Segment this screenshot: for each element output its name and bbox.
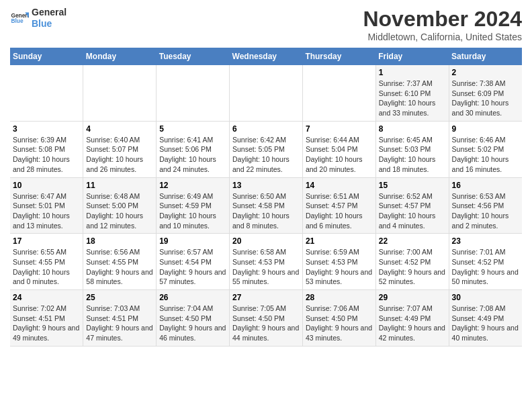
day-info-23: Sunrise: 7:01 AM Sunset: 4:52 PM Dayligh… <box>452 247 519 287</box>
day-info-19: Sunrise: 6:57 AM Sunset: 4:54 PM Dayligh… <box>159 247 226 287</box>
col-wednesday: Wednesday <box>230 48 303 65</box>
cell-w4-d3: 27Sunrise: 7:05 AM Sunset: 4:50 PM Dayli… <box>230 290 303 347</box>
day-info-25: Sunrise: 7:03 AM Sunset: 4:51 PM Dayligh… <box>86 304 153 343</box>
day-num-25: 25 <box>86 293 153 302</box>
day-info-14: Sunrise: 6:51 AM Sunset: 4:57 PM Dayligh… <box>306 191 373 231</box>
day-num-7: 7 <box>306 124 373 134</box>
cell-w3-d4: 21Sunrise: 6:59 AM Sunset: 4:53 PM Dayli… <box>302 234 375 290</box>
day-num-4: 4 <box>86 124 153 134</box>
day-info-8: Sunrise: 6:45 AM Sunset: 5:03 PM Dayligh… <box>379 135 446 175</box>
logo-icon: General Blue <box>10 9 29 28</box>
logo: General Blue General Blue <box>10 7 66 30</box>
day-info-26: Sunrise: 7:04 AM Sunset: 4:50 PM Dayligh… <box>159 304 226 343</box>
cell-w2-d6: 16Sunrise: 6:53 AM Sunset: 4:56 PM Dayli… <box>449 177 522 234</box>
cell-w3-d5: 22Sunrise: 7:00 AM Sunset: 4:52 PM Dayli… <box>375 234 449 290</box>
day-info-6: Sunrise: 6:42 AM Sunset: 5:05 PM Dayligh… <box>232 135 300 175</box>
cell-w0-d3 <box>230 65 303 121</box>
cell-w1-d1: 4Sunrise: 6:40 AM Sunset: 5:07 PM Daylig… <box>83 121 157 177</box>
cell-w3-d2: 19Sunrise: 6:57 AM Sunset: 4:54 PM Dayli… <box>157 234 230 290</box>
day-info-5: Sunrise: 6:41 AM Sunset: 5:06 PM Dayligh… <box>159 135 226 175</box>
day-num-3: 3 <box>13 124 80 134</box>
week-row-4: 24Sunrise: 7:02 AM Sunset: 4:51 PM Dayli… <box>10 290 522 347</box>
page-header: General Blue General Blue November 2024 … <box>10 7 522 42</box>
logo-general: General <box>32 7 66 17</box>
day-num-29: 29 <box>379 293 446 302</box>
cell-w2-d5: 15Sunrise: 6:52 AM Sunset: 4:57 PM Dayli… <box>375 177 449 234</box>
col-monday: Monday <box>83 48 157 65</box>
day-num-8: 8 <box>379 124 446 134</box>
day-info-16: Sunrise: 6:53 AM Sunset: 4:56 PM Dayligh… <box>452 191 519 231</box>
cell-w4-d0: 24Sunrise: 7:02 AM Sunset: 4:51 PM Dayli… <box>10 290 83 347</box>
cell-w4-d5: 29Sunrise: 7:07 AM Sunset: 4:49 PM Dayli… <box>375 290 449 347</box>
cell-w0-d6: 2Sunrise: 7:38 AM Sunset: 6:09 PM Daylig… <box>449 65 522 121</box>
day-info-11: Sunrise: 6:48 AM Sunset: 5:00 PM Dayligh… <box>86 191 153 231</box>
cell-w4-d6: 30Sunrise: 7:08 AM Sunset: 4:49 PM Dayli… <box>449 290 522 347</box>
day-num-9: 9 <box>452 124 519 134</box>
day-num-17: 17 <box>13 236 80 246</box>
cell-w2-d3: 13Sunrise: 6:50 AM Sunset: 4:58 PM Dayli… <box>230 177 303 234</box>
cell-w1-d6: 9Sunrise: 6:46 AM Sunset: 5:02 PM Daylig… <box>449 121 522 177</box>
cell-w1-d5: 8Sunrise: 6:45 AM Sunset: 5:03 PM Daylig… <box>375 121 449 177</box>
cell-w4-d4: 28Sunrise: 7:06 AM Sunset: 4:50 PM Dayli… <box>302 290 375 347</box>
day-info-20: Sunrise: 6:58 AM Sunset: 4:53 PM Dayligh… <box>232 247 300 287</box>
cell-w3-d1: 18Sunrise: 6:56 AM Sunset: 4:55 PM Dayli… <box>83 234 157 290</box>
day-num-27: 27 <box>232 293 300 302</box>
week-row-0: 1Sunrise: 7:37 AM Sunset: 6:10 PM Daylig… <box>10 65 522 121</box>
week-row-1: 3Sunrise: 6:39 AM Sunset: 5:08 PM Daylig… <box>10 121 522 177</box>
day-info-2: Sunrise: 7:38 AM Sunset: 6:09 PM Dayligh… <box>452 79 519 118</box>
day-num-2: 2 <box>452 68 519 77</box>
logo-blue: Blue <box>32 18 52 29</box>
cell-w2-d0: 10Sunrise: 6:47 AM Sunset: 5:01 PM Dayli… <box>10 177 83 234</box>
day-info-1: Sunrise: 7:37 AM Sunset: 6:10 PM Dayligh… <box>379 79 446 118</box>
day-num-6: 6 <box>232 124 300 134</box>
cell-w2-d2: 12Sunrise: 6:49 AM Sunset: 4:59 PM Dayli… <box>157 177 230 234</box>
cell-w0-d5: 1Sunrise: 7:37 AM Sunset: 6:10 PM Daylig… <box>375 65 449 121</box>
svg-text:Blue: Blue <box>11 17 23 24</box>
day-num-21: 21 <box>306 236 373 246</box>
cell-w4-d1: 25Sunrise: 7:03 AM Sunset: 4:51 PM Dayli… <box>83 290 157 347</box>
col-tuesday: Tuesday <box>157 48 230 65</box>
day-info-10: Sunrise: 6:47 AM Sunset: 5:01 PM Dayligh… <box>13 191 80 231</box>
day-info-17: Sunrise: 6:55 AM Sunset: 4:55 PM Dayligh… <box>13 247 80 287</box>
title-block: November 2024 Middletown, California, Un… <box>363 7 522 42</box>
day-info-18: Sunrise: 6:56 AM Sunset: 4:55 PM Dayligh… <box>86 247 153 287</box>
logo-text: General Blue <box>32 7 66 30</box>
col-saturday: Saturday <box>449 48 522 65</box>
day-info-3: Sunrise: 6:39 AM Sunset: 5:08 PM Dayligh… <box>13 135 80 175</box>
cell-w1-d2: 5Sunrise: 6:41 AM Sunset: 5:06 PM Daylig… <box>157 121 230 177</box>
day-num-26: 26 <box>159 293 226 302</box>
day-num-15: 15 <box>379 181 446 190</box>
day-num-5: 5 <box>159 124 226 134</box>
cell-w1-d4: 7Sunrise: 6:44 AM Sunset: 5:04 PM Daylig… <box>302 121 375 177</box>
cell-w0-d0 <box>10 65 83 121</box>
month-title: November 2024 <box>363 7 522 32</box>
calendar-header: Sunday Monday Tuesday Wednesday Thursday… <box>10 48 522 65</box>
day-info-12: Sunrise: 6:49 AM Sunset: 4:59 PM Dayligh… <box>159 191 226 231</box>
day-info-13: Sunrise: 6:50 AM Sunset: 4:58 PM Dayligh… <box>232 191 300 231</box>
day-num-11: 11 <box>86 181 153 190</box>
week-row-2: 10Sunrise: 6:47 AM Sunset: 5:01 PM Dayli… <box>10 177 522 234</box>
day-info-29: Sunrise: 7:07 AM Sunset: 4:49 PM Dayligh… <box>379 304 446 343</box>
cell-w1-d3: 6Sunrise: 6:42 AM Sunset: 5:05 PM Daylig… <box>230 121 303 177</box>
cell-w2-d1: 11Sunrise: 6:48 AM Sunset: 5:00 PM Dayli… <box>83 177 157 234</box>
day-info-24: Sunrise: 7:02 AM Sunset: 4:51 PM Dayligh… <box>13 304 80 343</box>
week-row-3: 17Sunrise: 6:55 AM Sunset: 4:55 PM Dayli… <box>10 234 522 290</box>
cell-w0-d4 <box>302 65 375 121</box>
day-info-28: Sunrise: 7:06 AM Sunset: 4:50 PM Dayligh… <box>306 304 373 343</box>
day-info-22: Sunrise: 7:00 AM Sunset: 4:52 PM Dayligh… <box>379 247 446 287</box>
day-num-16: 16 <box>452 181 519 190</box>
day-num-14: 14 <box>306 181 373 190</box>
cell-w0-d1 <box>83 65 157 121</box>
day-num-18: 18 <box>86 236 153 246</box>
col-thursday: Thursday <box>302 48 375 65</box>
day-info-15: Sunrise: 6:52 AM Sunset: 4:57 PM Dayligh… <box>379 191 446 231</box>
day-num-1: 1 <box>379 68 446 77</box>
calendar-table: Sunday Monday Tuesday Wednesday Thursday… <box>10 48 522 347</box>
day-num-10: 10 <box>13 181 80 190</box>
location: Middletown, California, United States <box>363 32 522 42</box>
cell-w3-d3: 20Sunrise: 6:58 AM Sunset: 4:53 PM Dayli… <box>230 234 303 290</box>
day-num-12: 12 <box>159 181 226 190</box>
day-info-27: Sunrise: 7:05 AM Sunset: 4:50 PM Dayligh… <box>232 304 300 343</box>
day-num-30: 30 <box>452 293 519 302</box>
cell-w4-d2: 26Sunrise: 7:04 AM Sunset: 4:50 PM Dayli… <box>157 290 230 347</box>
